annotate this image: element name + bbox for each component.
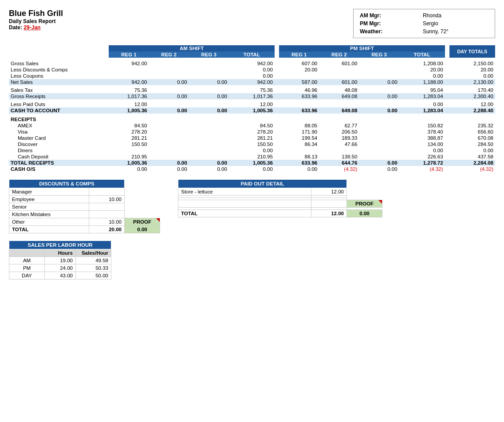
amex-label: AMEX [9,122,109,129]
discount-value: 10.00 [89,218,125,226]
pm-r3-cash-to-account: 0.00 [359,107,399,114]
labor-sales-hour: 50.33 [76,264,111,272]
pm-total-amex: 150.82 [399,122,445,129]
am-total-gross-sales: 942.00 [229,60,275,67]
paidout-row: Store - lettuce12.00 [178,188,382,196]
discounts-proof-cell: PROOF [125,218,160,226]
am-reg3-header: REG 3 [189,51,229,58]
am-total-amex: 84.50 [229,122,275,129]
am-r3-cash-to-account: 0.00 [189,107,229,114]
day-gross-sales: 2,150.00 [449,60,495,67]
pm-r1-cash-to-account: 633.96 [279,107,319,114]
paidout-total-value2: 12.00 [311,210,347,217]
discover-row: Discover 150.50 150.50 86.34 47.66 134.0… [9,141,495,147]
discounts-section: DISCOUNTS & COMPS ManagerEmployee10.00Se… [9,179,160,233]
am-r1-net-sales: 942.00 [109,79,149,85]
am-total-visa: 278.20 [229,129,275,135]
paidout-proof-value: 0.00 [347,210,382,217]
date-value: 29-Jan [24,24,40,31]
discounts-total-label2: TOTAL [9,226,89,233]
am-r2-cash-to-account: 0.00 [149,107,189,114]
labor-row: DAY43.0050.00 [9,272,111,280]
am-r2-gross-receipts: 0.00 [149,93,189,99]
discounts-proof-value-row: TOTAL20.000.00 [9,226,160,233]
day-total-receipts: 2,284.08 [449,160,495,166]
day-sales-tax: 170.40 [449,87,495,93]
pm-total-net-sales: 1,188.00 [399,79,445,85]
am-total-less-coupons: 0.00 [229,73,275,79]
pm-r2-amex: 62.77 [319,122,359,129]
paid-out-section: PAID OUT DETAIL Store - lettuce12.00PROO… [178,179,382,233]
header-right: AM Mgr: Rhonda PM Mgr: Sergio Weather: S… [353,9,495,38]
cash-to-account-label: CASH TO ACCOUNT [9,107,109,114]
paidout-value [311,200,347,208]
day-discover: 284.50 [449,141,495,147]
am-total-net-sales: 942.00 [229,79,275,85]
day-less-coupons: 0.00 [449,73,495,79]
am-r1-sales-tax: 75.36 [109,87,149,93]
pm-reg3-header: REG 3 [359,51,399,58]
am-r1-cash-to-account: 1,005.36 [109,107,149,114]
am-r1-gross-receipts: 1,017.36 [109,93,149,99]
less-coupons-row: Less Coupons 0.00 0.00 0.00 [9,73,495,79]
diners-label: Diners [9,147,109,154]
cash-os-row: CASH O/S 0.00 0.00 0.00 0.00 0.00 (4.32)… [9,166,495,172]
pm-mgr-label: PM Mgr: [358,20,420,27]
pm-reg1-header: REG 1 [279,51,319,58]
discover-label: Discover [9,141,109,147]
pm-r3-gross-receipts: 0.00 [359,93,399,99]
am-r1-gross-sales: 942.00 [109,60,149,67]
pm-r2-gross-sales: 601.00 [319,60,359,67]
labor-row: PM24.0050.33 [9,264,111,272]
header-section: Blue Fish Grill Daily Sales Report Date:… [9,9,495,38]
am-r3-total-receipts: 0.00 [189,160,229,166]
receipts-header-row: RECEIPTS [9,116,495,122]
discount-label: Other [9,218,89,226]
pm-r1-net-sales: 587.00 [279,79,319,85]
labor-shift: AM [9,257,45,264]
main-report-table: AM SHIFT PM SHIFT DAY TOTALS REG 1 REG 2… [9,45,495,172]
am-total-less-paid-outs: 12.00 [229,101,275,107]
pm-r2-total-receipts: 644.76 [319,160,359,166]
pm-total-gross-receipts: 1,283.04 [399,93,445,99]
am-total-sales-tax: 75.36 [229,87,275,93]
master-card-label: Master Card [9,135,109,141]
discounts-total-value2: 20.00 [89,226,125,233]
header-left: Blue Fish Grill Daily Sales Report Date:… [9,9,63,38]
pm-total-discover: 134.00 [399,141,445,147]
pm-r2-discover: 47.66 [319,141,359,147]
labor-sales-hour-header: Sales/Hour [76,249,111,257]
am-r1-master-card: 281.21 [109,135,149,141]
amex-row: AMEX 84.50 84.50 88.05 62.77 150.82 235.… [9,122,495,129]
date-label: Date: [9,24,22,31]
am-r2-net-sales: 0.00 [149,79,189,85]
discounts-row: Kitchen Mistakes [9,211,160,218]
weather-value: Sunny, 72° [421,28,490,35]
paidout-table: PAID OUT DETAIL Store - lettuce12.00PROO… [178,179,382,217]
am-r3-gross-receipts: 0.00 [189,93,229,99]
labor-hours: 43.00 [45,272,76,280]
am-r2-gross-sales [149,60,189,67]
discount-label: Employee [9,196,89,203]
pm-r2-visa: 206.50 [319,129,359,135]
discounts-proof-value: 0.00 [125,226,160,233]
paidout-proof-cell: PROOF [347,200,382,208]
labor-hours: 19.00 [45,257,76,264]
discount-label: Kitchen Mistakes [9,211,89,218]
discounts-row: Other10.00PROOF [9,218,160,226]
discount-label: Manager [9,188,89,196]
paidout-desc: Store - lettuce [178,188,311,196]
am-total-less-discounts: 0.00 [229,67,275,73]
pm-r2-net-sales: 601.00 [319,79,359,85]
pm-total-total-receipts: 1,278.72 [399,160,445,166]
labor-table: SALES PER LABOR HOUR Hours Sales/Hour AM… [9,241,111,280]
cash-os-label: CASH O/S [9,166,109,172]
am-r1-discover: 150.50 [109,141,149,147]
pm-mgr-value: Sergio [421,20,490,27]
am-total-diners: 0.00 [229,147,275,154]
gross-receipts-label: Gross Receipts [9,93,109,99]
receipts-title: RECEIPTS [9,116,109,122]
paidout-desc [178,200,311,208]
less-coupons-label: Less Coupons [9,73,109,79]
cash-deposit-row: Cash Deposit 210.95 210.95 88.13 138.50 … [9,154,495,160]
